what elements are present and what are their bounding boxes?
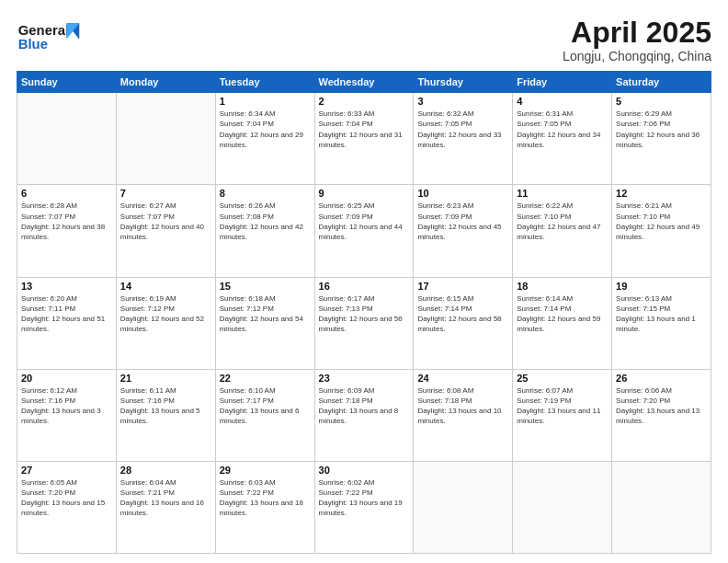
cell-info: Sunrise: 6:17 AMSunset: 7:13 PMDaylight:… (319, 293, 410, 335)
cell-info: Sunrise: 6:11 AMSunset: 7:16 PMDaylight:… (120, 385, 211, 427)
calendar-cell: 14Sunrise: 6:19 AMSunset: 7:12 PMDayligh… (116, 277, 215, 369)
calendar-cell (17, 93, 117, 185)
day-number: 17 (417, 281, 508, 292)
calendar-cell: 8Sunrise: 6:26 AMSunset: 7:08 PMDaylight… (215, 185, 314, 277)
calendar-cell: 17Sunrise: 6:15 AMSunset: 7:14 PMDayligh… (414, 277, 513, 369)
header: General Blue April 2025 Longju, Chongqin… (17, 17, 711, 63)
day-number: 28 (120, 465, 211, 476)
day-number: 29 (220, 465, 311, 476)
calendar-cell: 25Sunrise: 6:07 AMSunset: 7:19 PMDayligh… (513, 369, 612, 461)
cell-info: Sunrise: 6:03 AMSunset: 7:22 PMDaylight:… (220, 477, 311, 519)
day-of-week-header: Thursday (414, 72, 513, 93)
logo-icon: General Blue (17, 17, 81, 53)
calendar-table: SundayMondayTuesdayWednesdayThursdayFrid… (17, 71, 711, 554)
calendar-week-row: 6Sunrise: 6:28 AMSunset: 7:07 PMDaylight… (17, 185, 711, 277)
month-title: April 2025 (563, 17, 711, 49)
page: General Blue April 2025 Longju, Chongqin… (0, 0, 728, 563)
calendar-cell: 2Sunrise: 6:33 AMSunset: 7:04 PMDaylight… (314, 93, 414, 185)
day-number: 9 (319, 188, 410, 199)
calendar-cell: 27Sunrise: 6:05 AMSunset: 7:20 PMDayligh… (17, 461, 117, 553)
cell-info: Sunrise: 6:27 AMSunset: 7:07 PMDaylight:… (120, 201, 211, 242)
day-number: 5 (616, 96, 707, 107)
day-number: 20 (21, 373, 112, 384)
cell-info: Sunrise: 6:06 AMSunset: 7:20 PMDaylight:… (616, 385, 707, 427)
cell-info: Sunrise: 6:15 AMSunset: 7:14 PMDaylight:… (417, 293, 508, 335)
cell-info: Sunrise: 6:25 AMSunset: 7:09 PMDaylight:… (319, 201, 410, 242)
cell-info: Sunrise: 6:10 AMSunset: 7:17 PMDaylight:… (220, 385, 311, 427)
day-number: 8 (220, 188, 311, 199)
location: Longju, Chongqing, China (563, 49, 711, 63)
calendar-week-row: 20Sunrise: 6:12 AMSunset: 7:16 PMDayligh… (17, 369, 711, 461)
cell-info: Sunrise: 6:02 AMSunset: 7:22 PMDaylight:… (319, 477, 410, 519)
cell-info: Sunrise: 6:08 AMSunset: 7:18 PMDaylight:… (417, 385, 508, 427)
cell-info: Sunrise: 6:31 AMSunset: 7:05 PMDaylight:… (517, 109, 608, 150)
day-number: 19 (616, 281, 707, 292)
calendar-cell (513, 461, 612, 553)
calendar-cell: 1Sunrise: 6:34 AMSunset: 7:04 PMDaylight… (215, 93, 314, 185)
cell-info: Sunrise: 6:18 AMSunset: 7:12 PMDaylight:… (220, 293, 311, 335)
cell-info: Sunrise: 6:04 AMSunset: 7:21 PMDaylight:… (120, 477, 211, 519)
calendar-cell: 30Sunrise: 6:02 AMSunset: 7:22 PMDayligh… (314, 461, 414, 553)
cell-info: Sunrise: 6:20 AMSunset: 7:11 PMDaylight:… (21, 293, 112, 335)
day-of-week-header: Sunday (17, 72, 117, 93)
calendar-cell: 22Sunrise: 6:10 AMSunset: 7:17 PMDayligh… (215, 369, 314, 461)
cell-info: Sunrise: 6:05 AMSunset: 7:20 PMDaylight:… (21, 477, 112, 519)
calendar-cell: 11Sunrise: 6:22 AMSunset: 7:10 PMDayligh… (513, 185, 612, 277)
calendar-week-row: 1Sunrise: 6:34 AMSunset: 7:04 PMDaylight… (17, 93, 711, 185)
day-number: 14 (120, 281, 211, 292)
day-number: 12 (616, 188, 707, 199)
day-of-week-header: Friday (513, 72, 612, 93)
calendar-cell: 24Sunrise: 6:08 AMSunset: 7:18 PMDayligh… (414, 369, 513, 461)
calendar-cell: 15Sunrise: 6:18 AMSunset: 7:12 PMDayligh… (215, 277, 314, 369)
day-of-week-header: Monday (116, 72, 215, 93)
cell-info: Sunrise: 6:28 AMSunset: 7:07 PMDaylight:… (21, 201, 112, 242)
day-number: 4 (517, 96, 608, 107)
day-number: 21 (120, 373, 211, 384)
calendar-cell: 19Sunrise: 6:13 AMSunset: 7:15 PMDayligh… (612, 277, 711, 369)
cell-info: Sunrise: 6:19 AMSunset: 7:12 PMDaylight:… (120, 293, 211, 335)
calendar-cell: 21Sunrise: 6:11 AMSunset: 7:16 PMDayligh… (116, 369, 215, 461)
cell-info: Sunrise: 6:22 AMSunset: 7:10 PMDaylight:… (517, 201, 608, 242)
day-number: 11 (517, 188, 608, 199)
calendar-cell: 20Sunrise: 6:12 AMSunset: 7:16 PMDayligh… (17, 369, 117, 461)
calendar-header-row: SundayMondayTuesdayWednesdayThursdayFrid… (17, 72, 711, 93)
cell-info: Sunrise: 6:13 AMSunset: 7:15 PMDaylight:… (616, 293, 707, 335)
cell-info: Sunrise: 6:34 AMSunset: 7:04 PMDaylight:… (220, 109, 311, 150)
day-number: 27 (21, 465, 112, 476)
calendar-cell (414, 461, 513, 553)
day-number: 1 (220, 96, 311, 107)
calendar-cell: 10Sunrise: 6:23 AMSunset: 7:09 PMDayligh… (414, 185, 513, 277)
day-of-week-header: Wednesday (314, 72, 414, 93)
cell-info: Sunrise: 6:33 AMSunset: 7:04 PMDaylight:… (319, 109, 410, 150)
svg-text:Blue: Blue (18, 37, 48, 52)
cell-info: Sunrise: 6:09 AMSunset: 7:18 PMDaylight:… (319, 385, 410, 427)
day-number: 25 (517, 373, 608, 384)
day-number: 13 (21, 281, 112, 292)
day-number: 3 (417, 96, 508, 107)
day-number: 22 (220, 373, 311, 384)
day-number: 2 (319, 96, 410, 107)
calendar-week-row: 27Sunrise: 6:05 AMSunset: 7:20 PMDayligh… (17, 461, 711, 553)
cell-info: Sunrise: 6:12 AMSunset: 7:16 PMDaylight:… (21, 385, 112, 427)
cell-info: Sunrise: 6:21 AMSunset: 7:10 PMDaylight:… (616, 201, 707, 242)
day-number: 15 (220, 281, 311, 292)
calendar-cell: 23Sunrise: 6:09 AMSunset: 7:18 PMDayligh… (314, 369, 414, 461)
calendar-cell: 7Sunrise: 6:27 AMSunset: 7:07 PMDaylight… (116, 185, 215, 277)
day-number: 6 (21, 188, 112, 199)
calendar-cell: 13Sunrise: 6:20 AMSunset: 7:11 PMDayligh… (17, 277, 117, 369)
day-number: 16 (319, 281, 410, 292)
day-number: 7 (120, 188, 211, 199)
day-number: 18 (517, 281, 608, 292)
calendar-cell: 29Sunrise: 6:03 AMSunset: 7:22 PMDayligh… (215, 461, 314, 553)
day-of-week-header: Tuesday (215, 72, 314, 93)
calendar-cell (612, 461, 711, 553)
calendar-cell: 6Sunrise: 6:28 AMSunset: 7:07 PMDaylight… (17, 185, 117, 277)
day-number: 30 (319, 465, 410, 476)
calendar-cell: 9Sunrise: 6:25 AMSunset: 7:09 PMDaylight… (314, 185, 414, 277)
calendar-cell: 12Sunrise: 6:21 AMSunset: 7:10 PMDayligh… (612, 185, 711, 277)
title-block: April 2025 Longju, Chongqing, China (563, 17, 711, 63)
day-of-week-header: Saturday (612, 72, 711, 93)
calendar-cell: 4Sunrise: 6:31 AMSunset: 7:05 PMDaylight… (513, 93, 612, 185)
calendar-cell: 18Sunrise: 6:14 AMSunset: 7:14 PMDayligh… (513, 277, 612, 369)
day-number: 26 (616, 373, 707, 384)
